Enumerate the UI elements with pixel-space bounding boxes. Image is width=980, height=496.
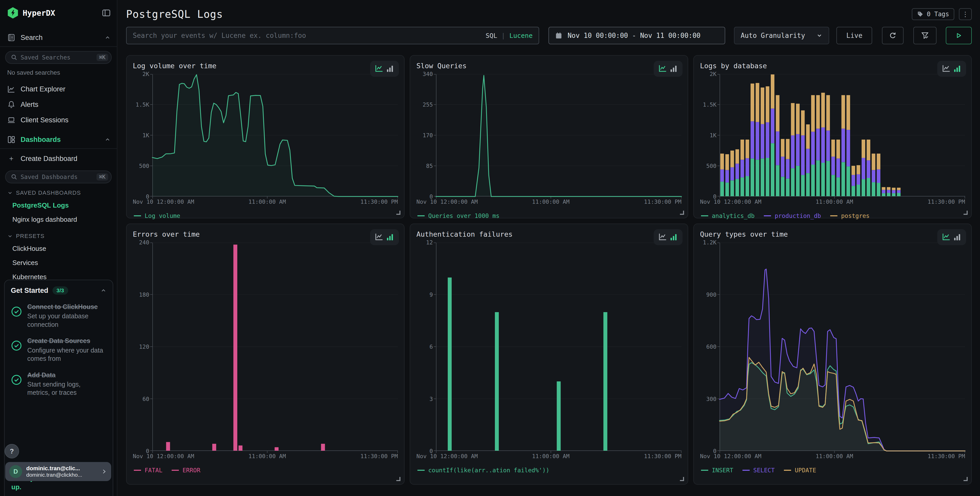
bar-chart-toggle-icon[interactable] xyxy=(385,233,394,242)
chart-canvas xyxy=(152,242,398,451)
line-chart-toggle-icon[interactable] xyxy=(658,233,667,242)
get-started-item-connect-clickhouse[interactable]: Connect to ClickHouse Set up your databa… xyxy=(11,303,107,329)
legend-swatch xyxy=(743,470,750,471)
legend-swatch xyxy=(830,215,837,216)
saved-searches-input[interactable]: Saved Searches ⌘K xyxy=(5,51,112,64)
bar-chart-toggle-icon[interactable] xyxy=(385,64,394,73)
y-axis-label: 1K xyxy=(710,132,717,139)
more-options-button[interactable]: ⋮ xyxy=(959,8,972,20)
legend-label: Log volume xyxy=(145,212,180,219)
y-axis-label: 85 xyxy=(426,163,433,169)
y-axis-label: 120 xyxy=(139,343,149,350)
bar-chart-toggle-icon[interactable] xyxy=(669,64,678,73)
chevron-up-icon xyxy=(100,287,107,293)
legend-swatch xyxy=(417,215,425,216)
sidebar-item-chart-explorer[interactable]: Chart Explorer xyxy=(0,81,117,97)
sidebar-dashboard-nginx-logs[interactable]: Nginx logs dashboard xyxy=(0,212,117,226)
chart-legend: analytics_dbproduction_dbpostgres xyxy=(700,212,965,219)
legend-swatch xyxy=(172,470,179,471)
legend-item: production_db xyxy=(764,212,821,219)
chart-title: Query types over time xyxy=(700,230,788,238)
chart-legend: countIf(like(arr..ation failed%')) xyxy=(417,467,681,474)
bar-chart-toggle-icon[interactable] xyxy=(953,64,961,73)
y-axis-label: 600 xyxy=(706,343,716,350)
legend-swatch xyxy=(764,215,771,216)
sql-mode-toggle[interactable]: SQL xyxy=(485,32,497,40)
bell-icon xyxy=(7,100,16,108)
tags-label: 0 Tags xyxy=(927,11,949,18)
divider xyxy=(0,46,117,47)
main-content: PostgreSQL Logs 0 Tags ⋮ Search your eve… xyxy=(117,0,980,496)
y-axis-label: 3 xyxy=(430,396,433,402)
x-axis-labels: Nov 10 12:00:00 AM11:00:00 AM11:30:00 PM xyxy=(700,199,965,206)
input-placeholder: Saved Dashboards xyxy=(21,174,94,180)
legend-label: UPDATE xyxy=(795,467,816,474)
x-axis-label: Nov 10 12:00:00 AM xyxy=(700,199,761,205)
chart-panel-slow-queries: Slow Queries340255170850Nov 10 12:00:00 … xyxy=(410,55,688,218)
bar-chart-toggle-icon[interactable] xyxy=(669,233,678,242)
x-axis-label: 11:30:00 PM xyxy=(360,453,398,459)
legend-swatch xyxy=(417,470,425,471)
live-button[interactable]: Live xyxy=(837,27,872,44)
line-chart-toggle-icon[interactable] xyxy=(942,233,951,242)
help-button[interactable]: ? xyxy=(5,444,19,458)
presets-group-header[interactable]: PRESETS xyxy=(0,226,117,242)
line-chart-toggle-icon[interactable] xyxy=(658,64,667,73)
user-name: dominic.tran@clic... xyxy=(26,465,97,472)
chevron-up-icon xyxy=(105,137,111,143)
sidebar-item-client-sessions[interactable]: Client Sessions xyxy=(0,112,117,128)
resize-handle[interactable] xyxy=(680,477,684,481)
chart-panel-query-types: Query types over time1.2K9006003000Nov 1… xyxy=(693,223,972,485)
bar-chart-toggle-icon[interactable] xyxy=(953,233,961,242)
shortcut-badge: ⌘K xyxy=(97,173,108,180)
sidebar-preset-clickhouse[interactable]: ClickHouse xyxy=(0,242,117,256)
granularity-select[interactable]: Auto Granularity xyxy=(734,27,829,44)
sidebar-preset-services[interactable]: Services xyxy=(0,256,117,270)
line-chart-toggle-icon[interactable] xyxy=(942,64,951,73)
magnifier-icon xyxy=(11,54,18,61)
resize-handle[interactable] xyxy=(396,477,401,481)
refresh-button[interactable] xyxy=(882,27,904,44)
play-button[interactable] xyxy=(946,27,972,44)
saved-dashboards-group-header[interactable]: SAVED DASHBOARDS xyxy=(0,183,117,198)
sidebar-item-label: Search xyxy=(21,34,99,42)
sidebar-dashboard-postgresql-logs[interactable]: PostgreSQL Logs xyxy=(0,198,117,212)
sidebar-item-alerts[interactable]: Alerts xyxy=(0,97,117,112)
shortcut-badge: ⌘K xyxy=(97,54,108,61)
y-axis-label: 300 xyxy=(706,396,716,402)
resize-handle[interactable] xyxy=(680,211,684,215)
x-axis-label: 11:30:00 PM xyxy=(644,199,681,205)
sidebar-collapse-icon[interactable] xyxy=(102,8,111,17)
user-account-chip[interactable]: D dominic.tran@clic... dominic.tran@clic… xyxy=(5,462,111,481)
event-search-input[interactable]: Search your events w/ Lucene ex. column:… xyxy=(126,27,539,44)
filter-button[interactable] xyxy=(913,27,937,44)
get-started-item-add-data[interactable]: Add Data Start sending logs, metrics, or… xyxy=(11,371,107,397)
tags-button[interactable]: 0 Tags xyxy=(912,8,954,20)
legend-label: postgres xyxy=(841,212,870,219)
sidebar-item-search[interactable]: Search xyxy=(0,30,117,45)
y-axis-label: 1.2K xyxy=(703,239,716,246)
check-circle-icon xyxy=(11,303,22,329)
date-range-picker[interactable]: Nov 10 00:00:00 - Nov 11 00:00:00 xyxy=(549,27,725,44)
search-section-icon xyxy=(7,33,16,42)
chart-legend: Queries over 1000 ms xyxy=(417,212,681,219)
chart-type-toggle xyxy=(654,61,682,77)
user-email: dominic.tran@clickho... xyxy=(26,472,97,478)
saved-dashboards-input[interactable]: Saved Dashboards ⌘K xyxy=(5,171,112,183)
resize-handle[interactable] xyxy=(964,211,968,215)
create-dashboard-button[interactable]: + Create Dashboard xyxy=(0,151,117,166)
lucene-mode-toggle[interactable]: Lucene xyxy=(509,32,533,40)
legend-item: analytics_db xyxy=(701,212,754,219)
chart-canvas xyxy=(436,242,681,451)
resize-handle[interactable] xyxy=(396,211,401,215)
sidebar-item-dashboards[interactable]: Dashboards xyxy=(0,132,117,147)
x-axis-labels: Nov 10 12:00:00 AM11:00:00 AM11:30:00 PM xyxy=(133,199,398,206)
get-started-title: Get Started xyxy=(11,287,48,295)
y-axis-label: 1K xyxy=(143,132,150,139)
line-chart-toggle-icon[interactable] xyxy=(375,64,383,73)
line-chart-toggle-icon[interactable] xyxy=(375,233,383,242)
task-title: Create Data Sources xyxy=(27,337,99,345)
resize-handle[interactable] xyxy=(964,477,968,481)
check-circle-icon xyxy=(11,371,22,397)
get-started-item-create-data-sources[interactable]: Create Data Sources Configure where your… xyxy=(11,337,107,363)
